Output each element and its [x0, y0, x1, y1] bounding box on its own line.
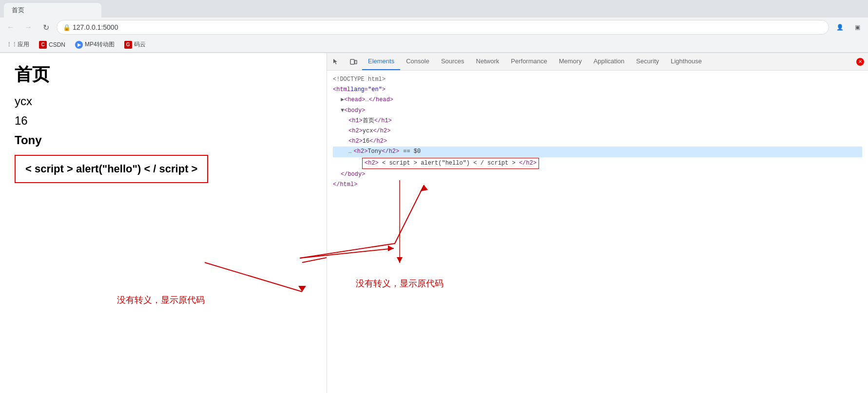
page-16: 16: [15, 114, 312, 128]
extensions-icon[interactable]: ▣: [850, 20, 864, 34]
tab-sources[interactable]: Sources: [435, 53, 470, 70]
body-close-line[interactable]: </body>: [333, 169, 862, 180]
tab-lighthouse[interactable]: Lighthouse: [665, 53, 708, 70]
tab-application[interactable]: Application: [588, 53, 631, 70]
gitee-icon: G: [124, 41, 132, 49]
doctype-line: <!DOCTYPE html>: [333, 75, 862, 85]
html-open-line[interactable]: <html lang = "en" >: [333, 85, 862, 95]
h1-line[interactable]: <h1> 首页 </h1>: [333, 116, 862, 126]
page-content: 首页 ycx 16 Tony < script > alert("hello")…: [0, 53, 327, 393]
bookmark-mp4-label: MP4转动图: [85, 40, 115, 49]
bookmark-apps-label: 应用: [18, 40, 29, 49]
tab-elements[interactable]: Elements: [362, 53, 400, 70]
page-ycx: ycx: [15, 94, 312, 108]
svg-marker-2: [298, 286, 306, 292]
address-bar[interactable]: 🔒 127.0.0.1:5000: [57, 20, 829, 35]
browser-tab[interactable]: 首页: [4, 3, 101, 18]
tab-title: 首页: [12, 6, 24, 15]
body-open-line[interactable]: ▼ <body>: [333, 106, 862, 116]
address-bar-row: ← → ↻ 🔒 127.0.0.1:5000 👤 ▣: [0, 18, 868, 37]
browser-chrome: 首页 ← → ↻ 🔒 127.0.0.1:5000 👤 ▣ ⋮⋮ 应用 C CS…: [0, 0, 868, 53]
doctype-text: <!DOCTYPE html>: [333, 75, 386, 84]
forward-button[interactable]: →: [21, 20, 35, 34]
devtools-tabs: Elements Console Sources Network Perform…: [362, 53, 852, 70]
h2-ycx-line[interactable]: <h2> ycx </h2>: [333, 126, 862, 136]
profile-icon[interactable]: 👤: [833, 20, 847, 34]
bookmark-gitee-label: 码云: [134, 40, 146, 49]
devtools-close-button[interactable]: ✕: [856, 58, 864, 66]
head-collapsed-line[interactable]: ► <head> … </head>: [333, 95, 862, 105]
inspect-element-icon[interactable]: [328, 54, 344, 70]
svg-line-1: [205, 262, 302, 292]
bookmark-csdn[interactable]: C CSDN: [35, 39, 69, 51]
script-in-devtools: <h2> < script > alert("hello") < / scrip…: [362, 158, 539, 169]
bookmark-gitee[interactable]: G 码云: [120, 39, 150, 51]
bookmark-mp4[interactable]: ▶ MP4转动图: [71, 39, 118, 51]
annotation-text: 没有转义，显示原代码: [117, 294, 205, 306]
apps-icon: ⋮⋮: [8, 41, 16, 49]
h2-tony-line[interactable]: … <h2> Tony </h2> == $0: [333, 147, 862, 157]
tab-network[interactable]: Network: [470, 53, 505, 70]
bookmarks-bar: ⋮⋮ 应用 C CSDN ▶ MP4转动图 G 码云: [0, 37, 868, 53]
mp4-icon: ▶: [75, 41, 83, 49]
page-heading: 首页: [15, 63, 312, 87]
csdn-icon: C: [39, 41, 47, 49]
tab-console[interactable]: Console: [400, 53, 435, 70]
back-button[interactable]: ←: [4, 20, 18, 34]
h2-script-line[interactable]: <h2> < script > alert("hello") < / scrip…: [339, 157, 862, 169]
script-text: < script > alert("hello") < / script >: [25, 163, 197, 175]
tab-performance[interactable]: Performance: [505, 53, 553, 70]
svg-line-0: [302, 243, 327, 262]
h2-16-line[interactable]: <h2> 16 </h2>: [333, 136, 862, 147]
script-display-box: < script > alert("hello") < / script >: [15, 155, 208, 183]
svg-rect-5: [355, 60, 357, 64]
lock-icon: 🔒: [63, 24, 71, 31]
devtools-panel: Elements Console Sources Network Perform…: [327, 53, 868, 393]
html-close-line[interactable]: </html>: [333, 180, 862, 190]
tab-bar: 首页: [0, 0, 868, 18]
device-toolbar-icon[interactable]: [346, 54, 361, 70]
devtools-elements-content: <!DOCTYPE html> <html lang = "en" > ► <h…: [327, 71, 868, 393]
devtools-toolbar: Elements Console Sources Network Perform…: [327, 53, 868, 71]
bookmark-csdn-label: CSDN: [49, 41, 65, 48]
svg-rect-4: [350, 59, 354, 64]
bookmark-apps[interactable]: ⋮⋮ 应用: [4, 39, 33, 51]
page-tony: Tony: [15, 133, 312, 147]
tab-memory[interactable]: Memory: [553, 53, 588, 70]
main-area: 首页 ycx 16 Tony < script > alert("hello")…: [0, 53, 868, 393]
url-text: 127.0.0.1:5000: [73, 23, 118, 31]
refresh-button[interactable]: ↻: [39, 20, 53, 34]
tab-security[interactable]: Security: [630, 53, 665, 70]
